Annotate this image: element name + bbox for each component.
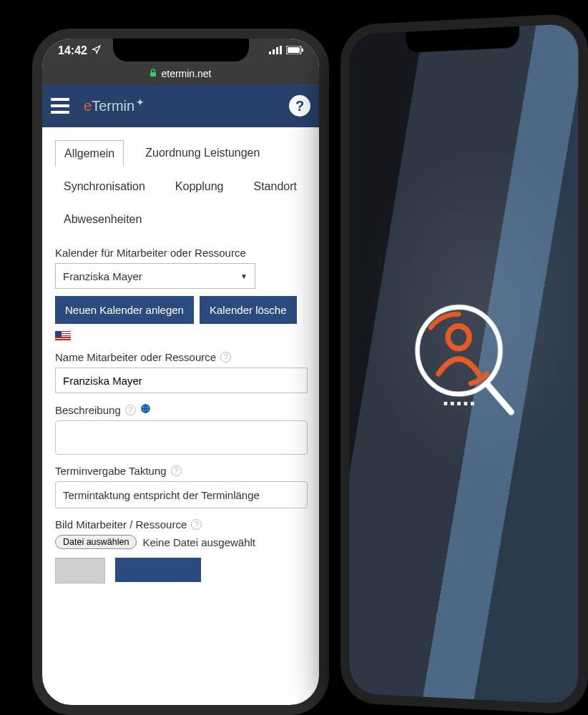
select-calendar[interactable]: Franziska Mayer ▼ — [55, 263, 255, 289]
phone-mock-left: 14:42 — [32, 29, 329, 715]
app-header: eTermin✦ ? — [42, 84, 319, 127]
us-flag-icon[interactable] — [55, 331, 71, 341]
name-input[interactable] — [55, 368, 308, 393]
app-logo[interactable]: eTermin✦ — [84, 98, 144, 114]
tab-bar: Allgemein Zuordnung Leistungen Synchroni… — [55, 140, 308, 232]
delete-calendar-button[interactable]: Kalender lösche — [200, 296, 297, 324]
svg-point-11 — [448, 326, 469, 349]
logo-e: e — [84, 98, 92, 114]
menu-icon[interactable] — [51, 98, 69, 114]
phone-screen: 14:42 — [42, 39, 319, 705]
tab-kopplung[interactable]: Kopplung — [167, 174, 232, 199]
globe-icon[interactable] — [140, 403, 151, 416]
label-taktung: Terminvergabe Taktung — [55, 465, 167, 477]
svg-rect-14 — [457, 402, 461, 405]
logo-swirl-icon: ✦ — [136, 97, 144, 108]
select-taktung-value: Termintaktung entspricht der Terminlänge — [63, 489, 260, 501]
help-hint-icon[interactable]: ? — [191, 519, 202, 530]
svg-rect-5 — [288, 47, 300, 53]
browser-url-bar[interactable]: etermin.net — [42, 63, 319, 84]
select-taktung[interactable]: Termintaktung entspricht der Terminlänge — [55, 481, 308, 508]
upload-button[interactable] — [115, 558, 201, 582]
svg-rect-6 — [302, 49, 303, 52]
tab-allgemein[interactable]: Allgemein — [55, 140, 124, 167]
field-calendar: Kalender für Mitarbeiter oder Ressource … — [55, 247, 308, 341]
label-bild: Bild Mitarbeiter / Ressource — [55, 518, 187, 531]
tab-sync[interactable]: Synchronisation — [55, 174, 154, 199]
url-domain: etermin.net — [161, 68, 211, 79]
logo-termin: Termin — [92, 98, 134, 114]
image-thumbnail[interactable] — [55, 558, 105, 583]
svg-rect-13 — [451, 402, 454, 405]
help-hint-icon[interactable]: ? — [220, 352, 231, 363]
content-area: Allgemein Zuordnung Leistungen Synchroni… — [42, 127, 319, 705]
signal-icon — [269, 45, 282, 56]
svg-rect-7 — [150, 72, 156, 77]
svg-line-10 — [487, 384, 511, 413]
tab-standort[interactable]: Standort — [245, 174, 305, 199]
label-description: Beschreibung — [55, 404, 121, 416]
location-icon — [92, 44, 101, 57]
label-name: Name Mitarbeiter oder Ressource — [55, 351, 216, 363]
tab-abwesen[interactable]: Abwesenheiten — [55, 207, 150, 232]
magnifier-person-icon — [406, 290, 519, 432]
help-hint-icon[interactable]: ? — [171, 465, 182, 476]
help-hint-icon[interactable]: ? — [125, 405, 136, 415]
new-calendar-button[interactable]: Neuen Kalender anlegen — [55, 296, 194, 324]
svg-rect-12 — [444, 402, 448, 405]
svg-rect-3 — [280, 46, 282, 54]
field-bild: Bild Mitarbeiter / Ressource ? Datei aus… — [55, 518, 308, 583]
svg-rect-1 — [273, 49, 275, 54]
label-calendar: Kalender für Mitarbeiter oder Ressource — [55, 247, 308, 259]
help-icon[interactable]: ? — [289, 95, 310, 117]
svg-rect-0 — [269, 51, 271, 54]
phone-mock-right — [340, 13, 588, 715]
svg-rect-15 — [464, 402, 468, 405]
select-calendar-value: Franziska Mayer — [63, 270, 142, 282]
file-state-text: Keine Datei ausgewählt — [142, 536, 255, 548]
field-taktung: Terminvergabe Taktung ? Termintaktung en… — [55, 465, 308, 508]
file-choose-button[interactable]: Datei auswählen — [55, 535, 137, 549]
tab-zuordnung[interactable]: Zuordnung Leistungen — [137, 140, 268, 167]
svg-rect-16 — [471, 402, 474, 405]
lock-icon — [150, 69, 157, 79]
svg-rect-2 — [276, 47, 278, 54]
status-time: 14:42 — [58, 44, 87, 57]
description-input[interactable] — [55, 420, 308, 455]
phone-notch — [113, 39, 249, 61]
field-name: Name Mitarbeiter oder Ressource ? — [55, 351, 308, 393]
field-description: Beschreibung ? — [55, 403, 308, 455]
chevron-down-icon: ▼ — [240, 272, 248, 280]
battery-icon — [286, 45, 303, 56]
